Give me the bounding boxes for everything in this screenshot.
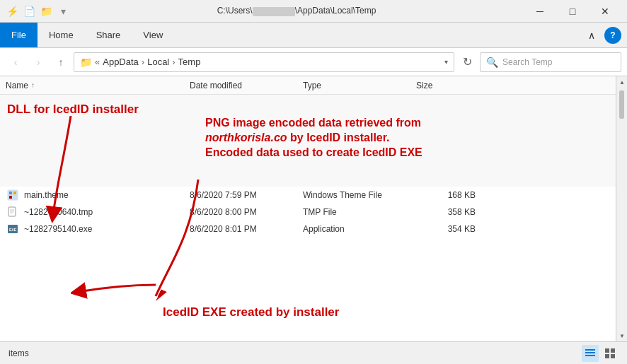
ribbon-right: ∧ ? bbox=[576, 23, 627, 47]
status-bar: items bbox=[0, 341, 627, 364]
back-button[interactable]: ‹ bbox=[6, 52, 25, 72]
details-view-button[interactable] bbox=[582, 345, 599, 362]
document-icon: 📄 bbox=[23, 5, 35, 18]
file-date-exe: 8/6/2020 8:01 PM bbox=[190, 224, 303, 234]
file-size-tmp: 358 KB bbox=[416, 207, 487, 217]
svg-rect-15 bbox=[585, 355, 595, 356]
svg-text:EXE: EXE bbox=[9, 228, 17, 232]
close-button[interactable]: ✕ bbox=[589, 0, 621, 23]
file-rows-container: main.theme 8/6/2020 7:59 PM Windows Them… bbox=[0, 95, 616, 341]
main-area: Name ↑ Date modified Type Size bbox=[0, 76, 627, 341]
path-temp: Temp bbox=[178, 57, 201, 67]
path-folder-icon: 📁 bbox=[80, 57, 92, 68]
minimize-button[interactable]: ─ bbox=[524, 0, 556, 23]
file-name-exe: ~1282795140.exe bbox=[24, 224, 190, 234]
maximize-button[interactable]: □ bbox=[556, 0, 589, 23]
quick-access-icon: ⚡ bbox=[6, 5, 18, 18]
large-icons-view-button[interactable] bbox=[602, 345, 619, 362]
search-icon: 🔍 bbox=[486, 57, 498, 68]
path-arrow1: › bbox=[142, 57, 144, 67]
exe-file-icon: EXE bbox=[6, 222, 20, 236]
path-dropdown-icon: ▾ bbox=[444, 58, 448, 66]
title-bar-controls: ─ □ ✕ bbox=[524, 0, 621, 23]
file-date-tmp: 8/6/2020 8:00 PM bbox=[190, 207, 303, 217]
theme-file-icon bbox=[6, 188, 20, 202]
exe-arrow bbox=[71, 271, 170, 313]
collapse-ribbon-button[interactable]: ∧ bbox=[582, 25, 602, 45]
file-row-exe[interactable]: EXE ~1282795140.exe 8/6/2020 8:01 PM App… bbox=[0, 221, 616, 237]
scroll-down-button[interactable]: ▼ bbox=[616, 330, 627, 341]
title-bar-path: C:\Users\\AppData\Local\Temp bbox=[69, 6, 524, 16]
blurred-username bbox=[253, 7, 295, 16]
address-path[interactable]: 📁 « AppData › Local › Temp ▾ bbox=[74, 52, 454, 72]
tab-file[interactable]: File bbox=[0, 23, 38, 47]
svg-rect-13 bbox=[585, 349, 595, 351]
search-box[interactable]: 🔍 Search Temp bbox=[480, 52, 621, 72]
path-appdata: AppData bbox=[103, 57, 139, 67]
column-headers: Name ↑ Date modified Type Size bbox=[0, 76, 616, 95]
view-buttons bbox=[582, 345, 619, 362]
svg-rect-18 bbox=[605, 354, 609, 358]
scroll-track[interactable] bbox=[616, 88, 627, 330]
svg-rect-19 bbox=[611, 354, 615, 358]
path-sep1: « bbox=[95, 57, 100, 67]
file-list: Name ↑ Date modified Type Size bbox=[0, 76, 616, 341]
search-placeholder: Search Temp bbox=[502, 57, 552, 67]
file-name-tmp: ~1282690640.tmp bbox=[24, 207, 190, 217]
tmp-file-icon bbox=[6, 205, 20, 219]
folder-icon: 📁 bbox=[40, 5, 52, 18]
file-size-exe: 354 KB bbox=[416, 224, 487, 234]
file-type-tmp: TMP File bbox=[303, 207, 416, 217]
svg-rect-16 bbox=[605, 348, 609, 353]
svg-rect-1 bbox=[9, 192, 12, 194]
path-arrow2: › bbox=[172, 57, 175, 67]
path-local: Local bbox=[147, 57, 169, 67]
up-button[interactable]: ↑ bbox=[51, 52, 71, 72]
file-row-tmp[interactable]: ~1282690640.tmp 8/6/2020 8:00 PM TMP Fil… bbox=[0, 204, 616, 221]
file-row-theme[interactable]: main.theme 8/6/2020 7:59 PM Windows Them… bbox=[0, 187, 616, 204]
col-size-header[interactable]: Size bbox=[416, 81, 487, 90]
blurred-area bbox=[0, 95, 616, 187]
tab-view[interactable]: View bbox=[132, 23, 174, 47]
file-name-theme: main.theme bbox=[24, 190, 190, 200]
svg-rect-14 bbox=[585, 352, 595, 353]
divider-icon: ▾ bbox=[57, 5, 69, 18]
file-type-theme: Windows Theme File bbox=[303, 190, 416, 200]
svg-rect-17 bbox=[611, 348, 615, 353]
col-name-header[interactable]: Name ↑ bbox=[6, 81, 190, 90]
ribbon-spacer bbox=[174, 23, 576, 47]
svg-rect-2 bbox=[13, 192, 16, 194]
svg-rect-3 bbox=[9, 196, 12, 199]
title-bar-icons: ⚡ 📄 📁 ▾ bbox=[6, 5, 69, 18]
file-date-theme: 8/6/2020 7:59 PM bbox=[190, 190, 303, 200]
exe-annotation: IcedID EXE created by installer bbox=[163, 305, 339, 320]
address-bar: ‹ › ↑ 📁 « AppData › Local › Temp ▾ ↻ 🔍 S… bbox=[0, 48, 627, 76]
title-bar: ⚡ 📄 📁 ▾ C:\Users\\AppData\Local\Temp ─ □… bbox=[0, 0, 627, 23]
scrollbar[interactable]: ▲ ▼ bbox=[616, 76, 627, 341]
file-type-exe: Application bbox=[303, 224, 416, 234]
scroll-thumb[interactable] bbox=[619, 90, 624, 119]
tab-home[interactable]: Home bbox=[38, 23, 85, 47]
file-rows: main.theme 8/6/2020 7:59 PM Windows Them… bbox=[0, 187, 616, 237]
scroll-up-button[interactable]: ▲ bbox=[616, 76, 627, 88]
ribbon: File Home Share View ∧ ? bbox=[0, 23, 627, 48]
refresh-button[interactable]: ↻ bbox=[457, 52, 477, 72]
col-date-header[interactable]: Date modified bbox=[190, 81, 303, 90]
file-size-theme: 168 KB bbox=[416, 190, 487, 200]
forward-button[interactable]: › bbox=[28, 52, 48, 72]
help-button[interactable]: ? bbox=[604, 27, 621, 44]
tab-share[interactable]: Share bbox=[85, 23, 132, 47]
col-type-header[interactable]: Type bbox=[303, 81, 416, 90]
status-items: items bbox=[8, 348, 576, 358]
sort-arrow: ↑ bbox=[31, 81, 35, 89]
